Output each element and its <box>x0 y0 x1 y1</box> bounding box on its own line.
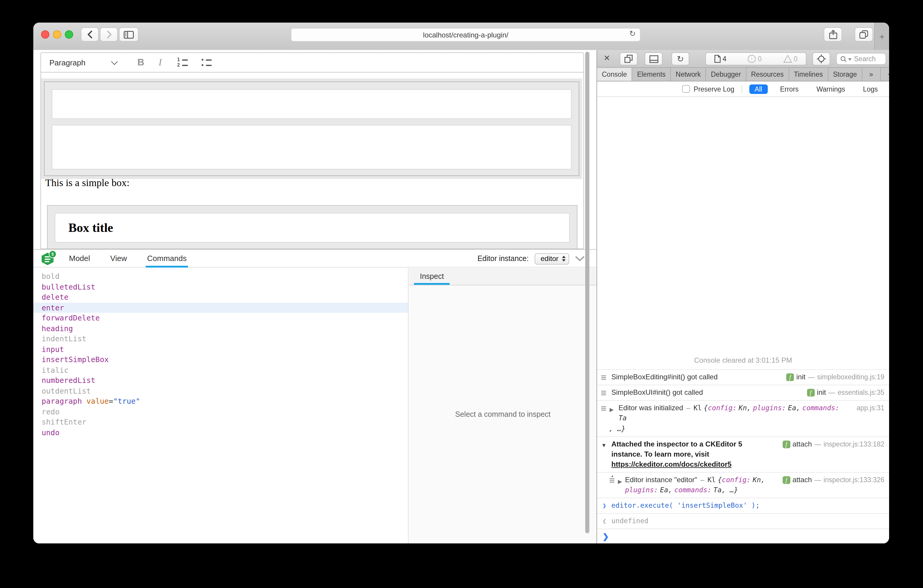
filter-all[interactable]: All <box>749 84 768 94</box>
editor-instance-select[interactable]: editor <box>535 253 569 264</box>
ckeditor-inspector-header: 5 Model View Commands Editor instance: e… <box>33 250 596 268</box>
command-item[interactable]: italic <box>33 365 408 375</box>
source-location-link[interactable]: simpleboxediting.js:19 <box>817 372 884 382</box>
minimize-window-button[interactable] <box>53 30 61 39</box>
address-bar[interactable]: localhost/creating-a-plugin/ ↻ <box>291 28 641 42</box>
dock-bottom-button[interactable] <box>645 52 662 66</box>
filter-errors[interactable]: Errors <box>775 84 804 94</box>
command-item-selected[interactable]: enter <box>33 302 408 313</box>
preserve-log-checkbox[interactable] <box>682 85 690 93</box>
inspector-search-field[interactable]: Search <box>836 53 886 65</box>
close-inspector-button[interactable]: ✕ <box>604 54 610 62</box>
command-inspect-panel: Inspect Select a command to inspect <box>409 268 596 544</box>
source-location-link[interactable]: inspector.js:133:182 <box>823 439 884 450</box>
bold-button[interactable]: B <box>137 57 144 68</box>
document-icon <box>714 55 721 63</box>
object-preview-continuation: , …} <box>609 424 884 434</box>
simple-box-title-field[interactable]: Box title <box>55 213 570 243</box>
source-location-link[interactable]: inspector.js:133:326 <box>823 475 884 485</box>
tab-debugger[interactable]: Debugger <box>706 68 746 81</box>
log-icon <box>601 391 606 395</box>
tab-resources[interactable]: Resources <box>746 68 789 81</box>
ckeditor-editable-area[interactable]: This is a simple box: Box title <box>41 72 584 249</box>
console-message: Editor was initialized – Kl {config: Kn,… <box>619 403 884 423</box>
tab-view[interactable]: View <box>109 250 128 268</box>
command-item[interactable]: input <box>33 344 408 354</box>
back-button[interactable] <box>81 27 99 42</box>
command-item[interactable]: heading <box>33 323 408 333</box>
sidebar-icon <box>124 31 134 38</box>
command-item[interactable]: paragraph value="true" <box>33 396 408 406</box>
ckeditor-docs-link[interactable]: https://ckeditor.com/docs/ckeditor5 <box>611 460 765 470</box>
expand-triangle-icon[interactable]: ▶ <box>618 477 622 487</box>
object-preview-continuation: plugins: Ea, commands: Ta, …} <box>625 485 884 495</box>
command-item[interactable]: redo <box>33 406 408 417</box>
filter-logs[interactable]: Logs <box>857 84 883 94</box>
new-tab-button[interactable]: + <box>874 23 889 50</box>
tab-overflow-button[interactable]: » <box>862 68 881 81</box>
command-item[interactable]: undo <box>33 427 408 438</box>
zoom-window-button[interactable] <box>65 30 73 39</box>
sidebar-toggle-button[interactable] <box>119 27 139 42</box>
safari-window: localhost/creating-a-plugin/ ↻ + <box>33 23 889 544</box>
issues-summary-button[interactable]: 4 ! 0 0 <box>705 52 806 66</box>
collapse-inspector-icon[interactable] <box>575 256 585 261</box>
tab-console[interactable]: Console <box>597 68 632 81</box>
simple-box-title-field[interactable] <box>52 89 572 119</box>
console-prompt[interactable]: ❯ <box>597 529 889 544</box>
reload-page-button[interactable]: ↻ <box>672 52 689 66</box>
command-item[interactable]: insertSimpleBox <box>33 354 408 365</box>
collapse-triangle-icon[interactable]: ▼ <box>601 440 607 451</box>
function-icon: f <box>782 476 790 484</box>
reload-icon[interactable]: ↻ <box>629 29 636 38</box>
command-item[interactable]: indentList <box>33 333 408 344</box>
share-button[interactable] <box>824 27 842 42</box>
filter-warnings[interactable]: Warnings <box>811 84 851 94</box>
command-item[interactable]: bold <box>33 271 408 281</box>
preserve-log-label: Preserve Log <box>694 85 734 92</box>
search-placeholder: Search <box>854 55 876 62</box>
desktop: localhost/creating-a-plugin/ ↻ + <box>0 0 923 588</box>
close-window-button[interactable] <box>41 30 49 39</box>
inspect-empty-message: Select a command to inspect <box>455 410 551 419</box>
console-log-row: ▼ Attached the inspector to a CKEditor 5… <box>597 436 889 472</box>
result-chevron-icon: ❮ <box>603 516 606 526</box>
console-result-row: ❮ undefined <box>597 513 889 529</box>
tab-storage[interactable]: Storage <box>828 68 862 81</box>
element-picker-button[interactable] <box>812 52 830 66</box>
forward-button[interactable] <box>100 27 118 42</box>
simple-box-widget[interactable]: Box title <box>47 205 578 249</box>
tab-elements[interactable]: Elements <box>632 68 671 81</box>
simple-box-widget-selected[interactable] <box>44 81 579 176</box>
expand-triangle-icon[interactable]: ▶ <box>609 405 614 415</box>
tab-timelines[interactable]: Timelines <box>789 68 828 81</box>
error-octagon-icon: ! <box>748 55 756 63</box>
page-scrollbar[interactable] <box>585 52 590 533</box>
bulleted-list-button[interactable] <box>201 58 212 67</box>
function-name: attach <box>792 439 812 450</box>
reload-icon: ↻ <box>677 54 684 64</box>
log-icon <box>601 406 606 411</box>
source-location-link[interactable]: app.js:31 <box>857 403 884 413</box>
simple-box-description-field[interactable] <box>52 125 572 169</box>
tab-network[interactable]: Network <box>671 68 706 81</box>
show-tabs-button[interactable] <box>855 27 873 42</box>
tab-commands[interactable]: Commands <box>146 250 188 268</box>
source-location-link[interactable]: essentials.js:35 <box>838 388 884 398</box>
numbered-list-button[interactable]: 1 2 <box>177 58 188 67</box>
paragraph-text[interactable]: This is a simple box: <box>45 177 129 189</box>
command-item[interactable]: shiftEnter <box>33 417 408 427</box>
filter-divider <box>742 85 742 93</box>
tab-inspect[interactable]: Inspect <box>414 268 450 285</box>
command-item[interactable]: outdentList <box>33 386 408 396</box>
tab-model[interactable]: Model <box>68 250 91 268</box>
italic-button[interactable]: I <box>158 57 162 68</box>
command-item[interactable]: delete <box>33 292 408 302</box>
command-item[interactable]: forwardDelete <box>33 313 408 323</box>
detach-inspector-button[interactable] <box>620 52 637 66</box>
add-tab-button[interactable]: + <box>881 68 889 81</box>
function-name: attach <box>792 475 812 485</box>
command-item[interactable]: bulletedList <box>33 281 408 292</box>
command-item[interactable]: numberedList <box>33 375 408 386</box>
heading-dropdown[interactable]: Paragraph <box>49 58 120 67</box>
